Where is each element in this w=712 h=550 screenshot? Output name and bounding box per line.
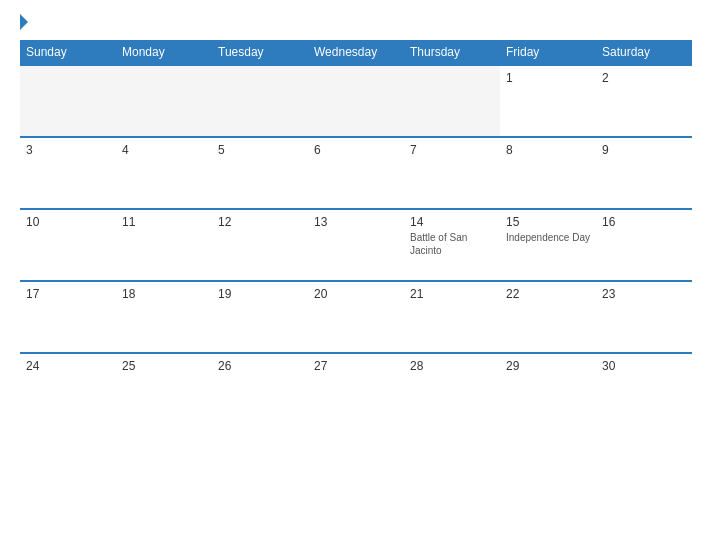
day-number: 11	[122, 215, 206, 229]
day-number: 30	[602, 359, 686, 373]
day-header-friday: Friday	[500, 40, 596, 65]
day-header-thursday: Thursday	[404, 40, 500, 65]
calendar-cell: 15Independence Day	[500, 209, 596, 281]
day-header-sunday: Sunday	[20, 40, 116, 65]
calendar-cell: 5	[212, 137, 308, 209]
day-number: 10	[26, 215, 110, 229]
calendar-cell: 7	[404, 137, 500, 209]
day-number: 23	[602, 287, 686, 301]
day-number: 19	[218, 287, 302, 301]
calendar-cell: 9	[596, 137, 692, 209]
day-header-tuesday: Tuesday	[212, 40, 308, 65]
calendar-cell: 8	[500, 137, 596, 209]
calendar-cell: 4	[116, 137, 212, 209]
calendar-cell: 2	[596, 65, 692, 137]
week-row-1: 3456789	[20, 137, 692, 209]
calendar-cell	[404, 65, 500, 137]
day-header-wednesday: Wednesday	[308, 40, 404, 65]
week-row-0: 12	[20, 65, 692, 137]
calendar-cell: 30	[596, 353, 692, 425]
calendar-cell: 10	[20, 209, 116, 281]
days-of-week-row: SundayMondayTuesdayWednesdayThursdayFrid…	[20, 40, 692, 65]
day-number: 9	[602, 143, 686, 157]
day-number: 8	[506, 143, 590, 157]
week-row-3: 17181920212223	[20, 281, 692, 353]
day-number: 3	[26, 143, 110, 157]
week-row-2: 1011121314Battle of San Jacinto15Indepen…	[20, 209, 692, 281]
calendar-cell: 19	[212, 281, 308, 353]
calendar-cell	[116, 65, 212, 137]
day-number: 13	[314, 215, 398, 229]
day-number: 29	[506, 359, 590, 373]
logo	[20, 16, 30, 30]
calendar-cell	[308, 65, 404, 137]
calendar-cell: 11	[116, 209, 212, 281]
calendar-header: SundayMondayTuesdayWednesdayThursdayFrid…	[20, 40, 692, 65]
day-number: 1	[506, 71, 590, 85]
calendar-cell: 20	[308, 281, 404, 353]
calendar-cell: 23	[596, 281, 692, 353]
page: SundayMondayTuesdayWednesdayThursdayFrid…	[0, 0, 712, 550]
calendar-cell: 17	[20, 281, 116, 353]
calendar-cell	[20, 65, 116, 137]
calendar-cell: 21	[404, 281, 500, 353]
day-number: 5	[218, 143, 302, 157]
calendar-cell: 24	[20, 353, 116, 425]
logo-triangle-icon	[20, 14, 28, 30]
day-number: 22	[506, 287, 590, 301]
day-number: 28	[410, 359, 494, 373]
calendar-cell: 25	[116, 353, 212, 425]
calendar-cell: 16	[596, 209, 692, 281]
holiday-label: Battle of San Jacinto	[410, 231, 494, 257]
day-number: 25	[122, 359, 206, 373]
calendar-cell: 29	[500, 353, 596, 425]
calendar-cell: 12	[212, 209, 308, 281]
calendar-cell: 26	[212, 353, 308, 425]
day-number: 7	[410, 143, 494, 157]
day-number: 18	[122, 287, 206, 301]
day-number: 17	[26, 287, 110, 301]
day-number: 27	[314, 359, 398, 373]
header	[20, 16, 692, 30]
week-row-4: 24252627282930	[20, 353, 692, 425]
calendar-cell: 6	[308, 137, 404, 209]
day-number: 15	[506, 215, 590, 229]
day-header-saturday: Saturday	[596, 40, 692, 65]
holiday-label: Independence Day	[506, 231, 590, 244]
day-number: 14	[410, 215, 494, 229]
day-number: 16	[602, 215, 686, 229]
calendar-body: 1234567891011121314Battle of San Jacinto…	[20, 65, 692, 425]
day-number: 20	[314, 287, 398, 301]
calendar-cell: 13	[308, 209, 404, 281]
calendar-cell: 28	[404, 353, 500, 425]
day-header-monday: Monday	[116, 40, 212, 65]
day-number: 2	[602, 71, 686, 85]
calendar-cell: 18	[116, 281, 212, 353]
calendar-table: SundayMondayTuesdayWednesdayThursdayFrid…	[20, 40, 692, 425]
calendar-cell: 27	[308, 353, 404, 425]
calendar-cell	[212, 65, 308, 137]
day-number: 21	[410, 287, 494, 301]
calendar-cell: 1	[500, 65, 596, 137]
day-number: 24	[26, 359, 110, 373]
day-number: 4	[122, 143, 206, 157]
day-number: 12	[218, 215, 302, 229]
day-number: 6	[314, 143, 398, 157]
day-number: 26	[218, 359, 302, 373]
calendar-cell: 14Battle of San Jacinto	[404, 209, 500, 281]
calendar-cell: 22	[500, 281, 596, 353]
calendar-cell: 3	[20, 137, 116, 209]
